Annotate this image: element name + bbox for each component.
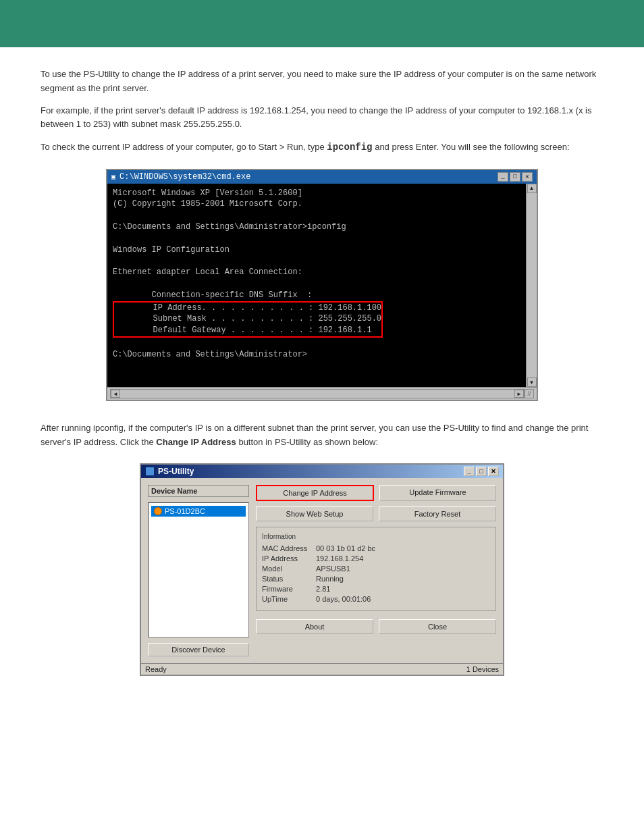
ps-change-ip-button[interactable]: Change IP Address [256, 485, 374, 501]
scroll-up-button[interactable]: ▲ [527, 184, 537, 193]
intro-para2: For example, if the print server's defau… [41, 104, 603, 132]
ps-titlebar: PS-Utility _ □ ✕ [141, 465, 503, 478]
ps-info-group: Information MAC Address 00 03 1b 01 d2 b… [256, 527, 496, 611]
cmd-highlighted-block: IP Address. . . . . . . . . . . : 192.16… [113, 301, 383, 338]
cmd-line-subnet: Subnet Mask . . . . . . . . . . : 255.25… [114, 313, 381, 325]
top-header-bar [0, 0, 644, 47]
cmd-hscroll[interactable]: ◄ ► [110, 389, 525, 398]
para-after-cmd: After running ipconfig, if the computer'… [41, 421, 603, 450]
ps-action-buttons: About Close [256, 619, 496, 634]
close-button[interactable]: ✕ [522, 172, 533, 182]
ps-device-list: PS-01D2BC [148, 502, 249, 637]
hscroll-right-button[interactable]: ► [514, 390, 524, 398]
cmd-content-area: Microsoft Windows XP [Version 5.1.2600] … [107, 184, 537, 388]
ps-ip-value: 192.168.1.254 [316, 554, 363, 563]
cmd-line-ip: IP Address. . . . . . . . . . . : 192.16… [114, 303, 381, 314]
cmd-line-7 [113, 255, 523, 267]
ps-info-mac: MAC Address 00 03 1b 01 d2 bc [262, 544, 490, 552]
cmd-titlebar: ▣ C:\WINDOWS\system32\cmd.exe _ □ ✕ [107, 170, 537, 184]
ps-model-label: Model [262, 565, 309, 573]
cmd-titlebar-left: ▣ C:\WINDOWS\system32\cmd.exe [111, 172, 250, 182]
ps-titlebar-left: PS-Utility [145, 467, 194, 476]
cmd-line-9 [113, 278, 523, 290]
ps-top-buttons: Change IP Address Update Firmware [256, 485, 496, 501]
ps-info-model: Model APSUSB1 [262, 565, 490, 573]
ps-left-panel: Device Name PS-01D2BC Discover Device [148, 485, 249, 656]
ps-model-value: APSUSB1 [316, 565, 350, 573]
cmd-line-4: C:\Documents and Settings\Administrator>… [113, 221, 523, 233]
cmd-line-8: Ethernet adapter Local Area Connection: [113, 267, 523, 278]
ps-update-firmware-button[interactable]: Update Firmware [379, 485, 496, 501]
ps-info-legend: Information [262, 533, 490, 540]
ps-close-button[interactable]: ✕ [488, 467, 499, 476]
ps-minimize-button[interactable]: _ [464, 467, 475, 476]
cmd-window: ▣ C:\WINDOWS\system32\cmd.exe _ □ ✕ Micr… [106, 169, 538, 402]
ps-device-name: PS-01D2BC [165, 507, 205, 515]
cmd-line-2: (C) Copyright 1985-2001 Microsoft Corp. [113, 199, 523, 210]
ps-discover-button[interactable]: Discover Device [148, 643, 249, 656]
ps-status-value: Running [316, 575, 344, 583]
ps-device-label: Device Name [148, 485, 249, 497]
cmd-line-1: Microsoft Windows XP [Version 5.1.2600] [113, 188, 523, 199]
ps-device-item[interactable]: PS-01D2BC [151, 506, 246, 517]
ps-app-icon [145, 467, 155, 476]
cmd-title: C:\WINDOWS\system32\cmd.exe [119, 172, 250, 182]
ps-body: Device Name PS-01D2BC Discover Device Ch… [141, 478, 503, 663]
ps-firmware-label: Firmware [262, 585, 309, 593]
ps-info-ip: IP Address 192.168.1.254 [262, 554, 490, 563]
cmd-prompt-final: C:\Documents and Settings\Administrator> [113, 349, 523, 361]
ps-show-web-setup-button[interactable]: Show Web Setup [256, 506, 373, 521]
ps-firmware-value: 2.81 [316, 585, 330, 593]
hscroll-left-button[interactable]: ◄ [111, 390, 120, 398]
cmd-line-empty2 [113, 371, 523, 383]
minimize-button[interactable]: _ [498, 172, 508, 182]
ps-factory-reset-button[interactable]: Factory Reset [379, 506, 496, 521]
cmd-icon: ▣ [111, 173, 115, 181]
cmd-line-3 [113, 210, 523, 221]
ps-status-left: Ready [145, 665, 167, 673]
ps-uptime-label: UpTime [262, 595, 309, 603]
ps-right-panel: Change IP Address Update Firmware Show W… [256, 485, 496, 656]
ps-title: PS-Utility [158, 467, 194, 476]
ps-status-bar: Ready 1 Devices [141, 663, 503, 675]
ps-mac-label: MAC Address [262, 544, 309, 552]
ps-status-label: Status [262, 575, 309, 583]
ps-device-icon [154, 507, 162, 515]
main-content: To use the PS-Utility to change the IP a… [0, 47, 644, 710]
cmd-bottom-bar: ◄ ► // [107, 387, 537, 400]
ps-mac-value: 00 03 1b 01 d2 bc [316, 544, 375, 552]
intro-para3: To check the current IP address of your … [41, 140, 603, 155]
ps-second-buttons: Show Web Setup Factory Reset [256, 506, 496, 521]
intro-para1: To use the PS-Utility to change the IP a… [41, 68, 603, 96]
ps-utility-window: PS-Utility _ □ ✕ Device Name PS-01D2BC D… [140, 463, 504, 676]
ps-info-status: Status Running [262, 575, 490, 583]
cmd-scrollbar[interactable]: ▲ ▼ [526, 184, 537, 388]
ps-info-uptime: UpTime 0 days, 00:01:06 [262, 595, 490, 603]
ps-uptime-value: 0 days, 00:01:06 [316, 595, 371, 603]
ps-close-app-button[interactable]: Close [379, 619, 496, 634]
ps-info-firmware: Firmware 2.81 [262, 585, 490, 593]
ps-about-button[interactable]: About [256, 619, 373, 634]
cmd-line-prompt [113, 338, 523, 349]
cmd-line-10: Connection-specific DNS Suffix : [113, 290, 523, 301]
resize-corner[interactable]: // [525, 389, 534, 398]
cmd-line-gateway: Default Gateway . . . . . . . . : 192.16… [114, 325, 381, 336]
cmd-body: Microsoft Windows XP [Version 5.1.2600] … [107, 184, 537, 388]
ipconfig-keyword: ipconfig [327, 142, 372, 153]
ps-titlebar-controls[interactable]: _ □ ✕ [464, 467, 499, 476]
cmd-line-5 [113, 233, 523, 244]
ps-ip-label: IP Address [262, 554, 309, 563]
scroll-down-button[interactable]: ▼ [527, 377, 537, 387]
cmd-titlebar-controls[interactable]: _ □ ✕ [498, 172, 533, 182]
ps-status-right: 1 Devices [466, 665, 499, 673]
restore-button[interactable]: □ [510, 172, 520, 182]
cmd-line-6: Windows IP Configuration [113, 244, 523, 256]
cmd-line-empty [113, 361, 523, 372]
ps-restore-button[interactable]: □ [476, 467, 487, 476]
